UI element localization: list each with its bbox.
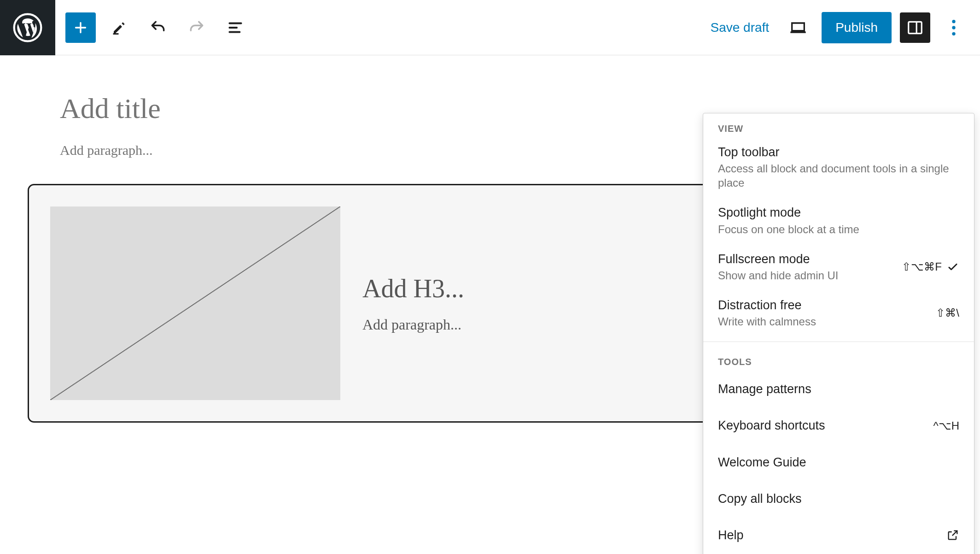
menu-item-shortcut: ⇧⌥⌘F xyxy=(902,260,942,273)
edit-tool-button[interactable] xyxy=(104,12,134,43)
menu-item-title: Top toolbar xyxy=(718,144,959,160)
menu-item-copy-all-blocks[interactable]: Copy all blocks xyxy=(703,481,974,517)
menu-item-shortcut: ⇧⌘\ xyxy=(936,306,959,319)
menu-item-keyboard-shortcuts[interactable]: Keyboard shortcuts ^⌥H xyxy=(703,407,974,444)
menu-item-title: Welcome Guide xyxy=(718,454,806,471)
paragraph-block-placeholder[interactable]: Add paragraph... xyxy=(60,142,714,158)
pencil-icon xyxy=(111,19,128,36)
svg-point-3 xyxy=(952,26,955,29)
editor-canvas: Add title Add paragraph... Add H3... Add… xyxy=(0,55,980,554)
svg-rect-1 xyxy=(909,22,922,33)
toolbar-left xyxy=(55,12,261,43)
menu-item-title: Fullscreen mode xyxy=(718,251,897,267)
menu-item-title: Keyboard shortcuts xyxy=(718,418,825,434)
menu-section-tools: TOOLS xyxy=(703,347,974,371)
wordpress-icon xyxy=(13,13,42,42)
block-text-column: Add H3... Add paragraph... xyxy=(362,206,687,400)
sidebar-icon xyxy=(906,19,924,36)
top-toolbar: Save draft Publish xyxy=(0,0,980,55)
menu-item-top-toolbar[interactable]: Top toolbar Access all block and documen… xyxy=(703,138,974,198)
media-text-block[interactable]: Add H3... Add paragraph... xyxy=(28,184,709,423)
add-block-button[interactable] xyxy=(65,12,96,43)
image-placeholder[interactable] xyxy=(50,206,340,400)
redo-icon xyxy=(188,19,205,36)
menu-item-welcome-guide[interactable]: Welcome Guide xyxy=(703,444,974,481)
svg-point-2 xyxy=(952,20,955,23)
app-root: Save draft Publish Add title Add paragra… xyxy=(0,0,980,554)
menu-item-manage-patterns[interactable]: Manage patterns xyxy=(703,371,974,407)
content-area: Add title Add paragraph... Add H3... Add… xyxy=(60,92,714,423)
menu-item-title: Help xyxy=(718,527,744,543)
menu-item-shortcut: ^⌥H xyxy=(933,419,959,432)
options-menu: VIEW Top toolbar Access all block and do… xyxy=(703,113,974,554)
document-overview-button[interactable] xyxy=(220,12,251,43)
menu-divider xyxy=(703,342,974,342)
kebab-icon xyxy=(951,18,956,37)
menu-item-title: Copy all blocks xyxy=(718,491,802,507)
post-title-input[interactable]: Add title xyxy=(60,92,714,125)
options-menu-button[interactable] xyxy=(939,12,969,43)
menu-item-desc: Show and hide admin UI xyxy=(718,268,897,283)
menu-item-title: Manage patterns xyxy=(718,381,811,397)
menu-item-title: Distraction free xyxy=(718,297,931,313)
undo-icon xyxy=(149,19,167,36)
publish-button[interactable]: Publish xyxy=(822,12,892,43)
menu-item-title: Spotlight mode xyxy=(718,205,959,221)
menu-item-fullscreen-mode[interactable]: Fullscreen mode Show and hide admin UI ⇧… xyxy=(703,245,974,291)
menu-item-distraction-free[interactable]: Distraction free Write with calmness ⇧⌘\ xyxy=(703,291,974,337)
menu-item-spotlight-mode[interactable]: Spotlight mode Focus on one block at a t… xyxy=(703,198,974,244)
svg-point-4 xyxy=(952,32,955,35)
h3-placeholder[interactable]: Add H3... xyxy=(362,274,687,303)
redo-button[interactable] xyxy=(181,12,212,43)
view-desktop-button[interactable] xyxy=(783,12,813,43)
toolbar-right: Save draft Publish xyxy=(694,12,980,43)
menu-item-desc: Focus on one block at a time xyxy=(718,222,959,236)
external-link-icon xyxy=(946,529,959,542)
plus-icon xyxy=(72,19,89,36)
block-paragraph-placeholder[interactable]: Add paragraph... xyxy=(362,316,687,333)
menu-section-view: VIEW xyxy=(703,113,974,138)
list-icon xyxy=(227,19,244,36)
settings-sidebar-toggle[interactable] xyxy=(900,12,930,43)
check-icon xyxy=(946,260,959,273)
menu-item-help[interactable]: Help xyxy=(703,517,974,554)
undo-button[interactable] xyxy=(143,12,173,43)
save-draft-button[interactable]: Save draft xyxy=(705,16,775,40)
wordpress-logo-button[interactable] xyxy=(0,0,55,55)
menu-item-desc: Write with calmness xyxy=(718,314,931,329)
desktop-icon xyxy=(789,18,807,37)
menu-item-desc: Access all block and document tools in a… xyxy=(718,161,959,190)
